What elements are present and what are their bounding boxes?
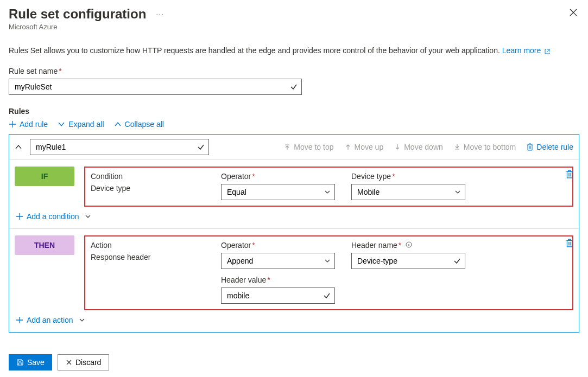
- delete-condition-button[interactable]: [566, 170, 573, 178]
- rules-section-label: Rules: [9, 107, 579, 116]
- info-icon[interactable]: [406, 241, 412, 248]
- more-menu[interactable]: ···: [146, 10, 174, 18]
- rule-name-input[interactable]: [30, 139, 209, 155]
- operator-select[interactable]: Equal: [221, 184, 335, 200]
- trash-icon: [566, 239, 573, 247]
- add-action-button[interactable]: Add an action: [16, 316, 85, 324]
- plus-icon: [16, 213, 23, 220]
- rule-container: Move to top Move up Move down Move to bo…: [9, 134, 579, 333]
- add-condition-button[interactable]: Add a condition: [16, 212, 91, 221]
- chevron-up-icon: [114, 120, 122, 128]
- condition-label: Condition: [91, 172, 205, 181]
- move-up-button[interactable]: Move up: [345, 143, 384, 151]
- delete-rule-button[interactable]: Delete rule: [527, 143, 573, 151]
- close-button[interactable]: [567, 7, 579, 18]
- action-operator-label: Operator*: [221, 241, 335, 250]
- chevron-down-icon: [58, 120, 65, 128]
- then-badge: THEN: [15, 235, 74, 255]
- learn-more-link[interactable]: Learn more: [502, 46, 551, 55]
- expand-all-button[interactable]: Expand all: [58, 120, 104, 129]
- operator-label: Operator*: [221, 172, 335, 181]
- breadcrumb: Microsoft Azure: [9, 23, 174, 31]
- plus-icon: [16, 316, 23, 324]
- trash-icon: [527, 143, 533, 151]
- add-rule-button[interactable]: Add rule: [9, 120, 48, 129]
- header-value-input[interactable]: [221, 287, 335, 304]
- device-type-select[interactable]: Mobile: [351, 184, 465, 200]
- collapse-rule-toggle[interactable]: [15, 143, 22, 151]
- arrow-down-icon: [394, 144, 401, 150]
- move-to-top-button[interactable]: Move to top: [284, 143, 333, 151]
- action-label: Action: [91, 241, 205, 250]
- arrow-bottom-icon: [454, 144, 460, 150]
- discard-button[interactable]: Discard: [58, 354, 109, 370]
- chevron-up-icon: [15, 143, 22, 151]
- description-text: Rules Set allows you to customize how HT…: [9, 46, 579, 55]
- header-name-input[interactable]: [351, 253, 465, 269]
- plus-icon: [9, 120, 16, 128]
- action-highlight: Action Response header Operator* Append: [84, 235, 573, 310]
- delete-action-button[interactable]: [566, 239, 573, 247]
- rule-set-name-label: Rule set name*: [9, 67, 579, 75]
- move-down-button[interactable]: Move down: [394, 143, 443, 151]
- header-name-label: Header name*: [351, 241, 465, 250]
- chevron-down-icon: [79, 317, 85, 323]
- collapse-all-button[interactable]: Collapse all: [114, 120, 164, 129]
- action-operator-select[interactable]: Append: [221, 253, 335, 269]
- arrow-top-icon: [284, 144, 290, 150]
- save-icon: [16, 359, 24, 366]
- if-badge: IF: [15, 167, 74, 186]
- action-value: Response header: [91, 253, 205, 261]
- device-type-label: Device type*: [351, 172, 465, 181]
- move-to-bottom-button[interactable]: Move to bottom: [454, 143, 516, 151]
- rule-set-name-input[interactable]: [9, 79, 302, 95]
- condition-value: Device type: [91, 184, 205, 193]
- arrow-up-icon: [345, 144, 351, 150]
- condition-highlight: Condition Device type Operator* Equal: [84, 167, 573, 207]
- save-button[interactable]: Save: [9, 354, 52, 370]
- page-title: Rule set configuration: [9, 7, 146, 22]
- trash-icon: [566, 170, 573, 178]
- chevron-down-icon: [85, 213, 91, 220]
- close-icon: [570, 9, 577, 16]
- header-value-label: Header value*: [221, 276, 335, 284]
- close-icon: [66, 359, 72, 366]
- external-link-icon: [544, 48, 551, 55]
